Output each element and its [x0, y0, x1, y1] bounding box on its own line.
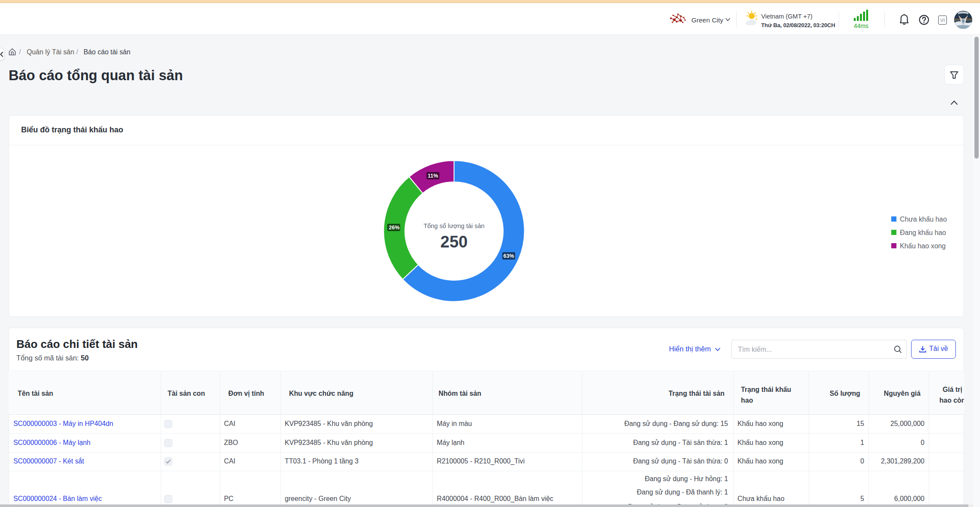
svg-text:11%: 11%: [428, 173, 438, 179]
svg-text:63%: 63%: [503, 253, 514, 259]
